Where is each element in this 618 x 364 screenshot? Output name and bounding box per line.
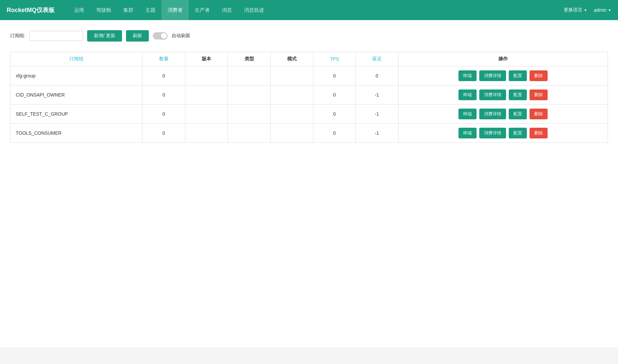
cell-group: SELF_TEST_C_GROUP <box>10 105 142 124</box>
cell-mode <box>270 105 313 124</box>
cell-delay: 0 <box>356 66 398 85</box>
details-button[interactable]: 消费详情 <box>479 70 506 81</box>
nav-item-trace[interactable]: 消息轨迹 <box>238 0 270 20</box>
table-row: CID_ONSAPI_OWNER 0 0 -1 终端 消费详情 配置 删除 <box>10 85 608 105</box>
config-button[interactable]: 配置 <box>509 70 527 81</box>
group-input[interactable] <box>29 31 83 41</box>
delete-button[interactable]: 删除 <box>530 109 548 119</box>
cell-delay: -1 <box>356 124 398 143</box>
nav-item-cockpit[interactable]: 驾驶舱 <box>90 0 117 20</box>
cell-delay: -1 <box>356 85 398 105</box>
admin-menu[interactable]: admin ▼ <box>594 7 611 13</box>
col-header-delay: 延迟 <box>356 52 398 66</box>
col-header-version: 版本 <box>185 52 228 66</box>
cell-actions: 终端 消费详情 配置 删除 <box>398 66 608 85</box>
cell-actions: 终端 消费详情 配置 删除 <box>398 105 608 124</box>
brand-title: RocketMQ仪表板 <box>7 6 55 14</box>
nav-item-cluster[interactable]: 集群 <box>117 0 139 20</box>
cell-version <box>185 105 228 124</box>
nav-item-message[interactable]: 消息 <box>216 0 238 20</box>
col-header-type: 类型 <box>228 52 271 66</box>
auto-refresh-toggle[interactable] <box>153 32 168 40</box>
cell-mode <box>270 85 313 105</box>
details-button[interactable]: 消费详情 <box>479 128 506 138</box>
cell-group: TOOLS_CONSUMER <box>10 124 142 143</box>
config-button[interactable]: 配置 <box>509 89 527 100</box>
terminal-button[interactable]: 终端 <box>458 89 477 100</box>
cell-type <box>228 105 271 124</box>
terminal-button[interactable]: 终端 <box>458 109 477 119</box>
cell-actions: 终端 消费详情 配置 删除 <box>398 85 608 105</box>
col-header-group: 订阅组 <box>10 52 142 66</box>
lang-switcher[interactable]: 更换语言 ▼ <box>564 7 587 13</box>
cell-count: 0 <box>142 85 185 105</box>
terminal-button[interactable]: 终端 <box>458 70 477 81</box>
cell-type <box>228 66 271 85</box>
nav-item-consumer[interactable]: 消费者 <box>162 0 189 20</box>
table-header-row: 订阅组 数量 版本 类型 模式 TPS 延迟 操作 <box>10 52 608 66</box>
cell-tps: 0 <box>313 105 356 124</box>
lang-dropdown-arrow: ▼ <box>584 8 587 12</box>
table-row: xfg-group 0 0 0 终端 消费详情 配置 删除 <box>10 66 608 85</box>
details-button[interactable]: 消费详情 <box>479 89 506 100</box>
details-button[interactable]: 消费详情 <box>479 109 506 119</box>
config-button[interactable]: 配置 <box>509 128 527 138</box>
col-header-mode: 模式 <box>270 52 313 66</box>
delete-button[interactable]: 删除 <box>530 89 548 100</box>
add-update-button[interactable]: 新增/ 更新 <box>87 30 122 42</box>
delete-button[interactable]: 删除 <box>530 70 548 81</box>
nav-item-producer[interactable]: 生产者 <box>189 0 216 20</box>
delete-button[interactable]: 删除 <box>530 128 548 138</box>
terminal-button[interactable]: 终端 <box>458 128 477 138</box>
cell-version <box>185 124 228 143</box>
cell-version <box>185 85 228 105</box>
cell-group: CID_ONSAPI_OWNER <box>10 85 142 105</box>
cell-count: 0 <box>142 66 185 85</box>
nav-item-topic[interactable]: 主题 <box>139 0 162 20</box>
main-content: 订阅组: 新增/ 更新 刷新 自动刷新 订阅组 数量 版本 类型 模式 TPS … <box>0 20 618 347</box>
main-nav: 运维 驾驶舱 集群 主题 消费者 生产者 消息 消息轨迹 <box>68 0 564 20</box>
controls-row: 订阅组: 新增/ 更新 刷新 自动刷新 <box>10 30 608 42</box>
cell-mode <box>270 124 313 143</box>
cell-type <box>228 85 271 105</box>
col-header-tps: TPS <box>313 52 356 66</box>
refresh-button[interactable]: 刷新 <box>126 30 149 42</box>
config-button[interactable]: 配置 <box>509 109 527 119</box>
cell-type <box>228 124 271 143</box>
nav-item-ops[interactable]: 运维 <box>68 0 90 20</box>
cell-actions: 终端 消费详情 配置 删除 <box>398 124 608 143</box>
cell-count: 0 <box>142 105 185 124</box>
table-row: SELF_TEST_C_GROUP 0 0 -1 终端 消费详情 配置 删除 <box>10 105 608 124</box>
auto-refresh-label: 自动刷新 <box>172 33 190 39</box>
header-right: 更换语言 ▼ admin ▼ <box>564 7 611 13</box>
consumer-table: 订阅组 数量 版本 类型 模式 TPS 延迟 操作 xfg-group 0 0 … <box>10 52 608 143</box>
header: RocketMQ仪表板 运维 驾驶舱 集群 主题 消费者 生产者 消息 消息轨迹… <box>0 0 618 20</box>
cell-version <box>185 66 228 85</box>
cell-count: 0 <box>142 124 185 143</box>
cell-group: xfg-group <box>10 66 142 85</box>
table-row: TOOLS_CONSUMER 0 0 -1 终端 消费详情 配置 删除 <box>10 124 608 143</box>
group-label: 订阅组: <box>10 33 25 39</box>
cell-delay: -1 <box>356 105 398 124</box>
cell-tps: 0 <box>313 124 356 143</box>
cell-tps: 0 <box>313 66 356 85</box>
cell-tps: 0 <box>313 85 356 105</box>
admin-dropdown-arrow: ▼ <box>608 8 611 12</box>
col-header-count: 数量 <box>142 52 185 66</box>
col-header-actions: 操作 <box>398 52 608 66</box>
cell-mode <box>270 66 313 85</box>
